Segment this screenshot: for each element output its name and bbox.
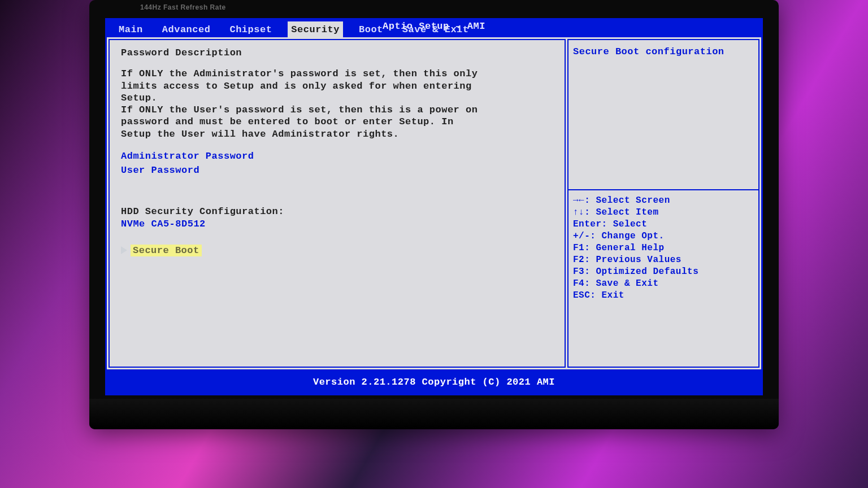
section-title: Password Description xyxy=(121,47,553,59)
key-f1: F1: General Help xyxy=(573,242,754,254)
key-select-screen: →←: Select Screen xyxy=(573,195,754,206)
security-panel: Password Description If ONLY the Adminis… xyxy=(108,39,566,368)
copyright-text: Version 2.21.1278 Copyright (C) 2021 AMI xyxy=(313,376,555,388)
item-user-password[interactable]: User Password xyxy=(121,164,553,176)
tab-advanced[interactable]: Advanced xyxy=(159,21,214,37)
key-select-item: ↑↓: Select Item xyxy=(573,207,754,218)
submenu-arrow-icon xyxy=(121,246,127,254)
password-description: If ONLY the Administrator's password is … xyxy=(121,68,483,140)
item-secure-boot[interactable]: Secure Boot xyxy=(121,245,553,256)
key-change-opt: +/-: Change Opt. xyxy=(573,230,754,242)
key-f3: F3: Optimized Defaults xyxy=(573,266,754,277)
tab-main[interactable]: Main xyxy=(115,21,146,37)
right-column: Secure Boot configuration →←: Select Scr… xyxy=(567,39,760,368)
tab-save-exit[interactable]: Save & Exit xyxy=(399,21,472,37)
key-legend: →←: Select Screen ↑↓: Select Item Enter:… xyxy=(567,190,760,368)
laptop-bezel: 144Hz Fast Refresh Rate Aptio Setup – AM… xyxy=(89,0,779,429)
tab-boot[interactable]: Boot xyxy=(355,21,387,37)
key-esc: ESC: Exit xyxy=(573,290,754,301)
item-help-text: Secure Boot configuration xyxy=(573,46,754,58)
bios-footer: Version 2.21.1278 Copyright (C) 2021 AMI xyxy=(105,369,763,395)
tabs: Main Advanced Chipset Security Boot Save… xyxy=(115,18,472,37)
monitor-badge: 144Hz Fast Refresh Rate xyxy=(140,3,226,11)
bios-body: Password Description If ONLY the Adminis… xyxy=(105,37,763,369)
key-f2: F2: Previous Values xyxy=(573,254,754,265)
bios-tab-bar: Aptio Setup – AMI Main Advanced Chipset … xyxy=(105,18,763,37)
tab-security[interactable]: Security xyxy=(288,21,343,37)
item-hdd-device[interactable]: NVMe CA5-8D512 xyxy=(121,218,553,230)
tab-chipset[interactable]: Chipset xyxy=(226,21,275,37)
item-help-box: Secure Boot configuration xyxy=(567,39,760,190)
item-admin-password[interactable]: Administrator Password xyxy=(121,150,553,162)
key-enter: Enter: Select xyxy=(573,219,754,230)
hdd-security-header: HDD Security Configuration: xyxy=(121,206,553,217)
key-f4: F4: Save & Exit xyxy=(573,278,754,289)
secure-boot-label: Secure Boot xyxy=(131,245,202,256)
bios-screen: Aptio Setup – AMI Main Advanced Chipset … xyxy=(105,18,763,395)
